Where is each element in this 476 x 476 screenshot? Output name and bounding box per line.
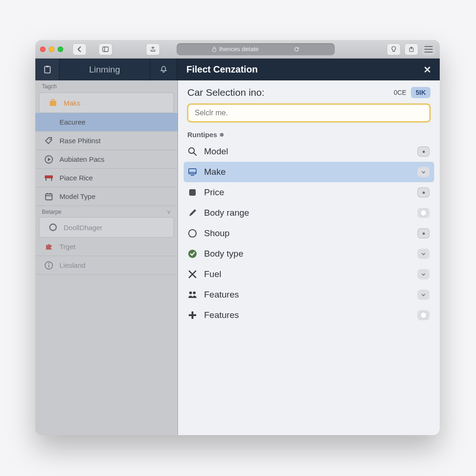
sidebar-item-label: Maks xyxy=(64,99,80,107)
tag-icon xyxy=(44,136,54,146)
tab-bell[interactable] xyxy=(150,59,177,80)
svg-point-29 xyxy=(188,250,197,258)
option-label: Make xyxy=(204,167,225,177)
option-label: Shoup xyxy=(204,228,230,238)
option-fuel[interactable]: Fuel xyxy=(184,264,434,284)
square-icon xyxy=(187,187,198,198)
play-icon xyxy=(44,154,54,165)
url-bar[interactable]: lhences detate xyxy=(177,43,335,55)
heading-dot-icon xyxy=(220,133,224,137)
tab-document-icon[interactable] xyxy=(35,59,60,80)
option-label: Features xyxy=(204,310,239,320)
svg-rect-0 xyxy=(103,47,108,52)
pencil-icon xyxy=(187,208,198,218)
ring-icon xyxy=(48,222,58,232)
sidebar-item-piace-rice[interactable]: Piace Rice xyxy=(35,169,178,187)
app-tab-strip: Linming Filect Cenzation ✕ xyxy=(35,59,440,80)
sidebar: Tagch MaksEacureeRase PhitinstAubiaten P… xyxy=(35,80,178,435)
svg-rect-4 xyxy=(45,66,50,73)
option-model[interactable]: Model xyxy=(184,141,434,162)
back-button[interactable] xyxy=(73,43,86,55)
circle-icon xyxy=(187,228,198,238)
filter-icon[interactable]: ⋎ xyxy=(167,209,171,215)
primary-action-button[interactable]: 5IK xyxy=(411,87,430,98)
cross-icon xyxy=(187,269,198,279)
close-window-dot[interactable] xyxy=(40,46,46,52)
options-heading: Runtipes xyxy=(187,131,217,139)
zoom-window-dot[interactable] xyxy=(58,46,63,52)
tab-main-label: Linming xyxy=(89,65,120,75)
menu-button[interactable] xyxy=(422,43,435,55)
svg-rect-14 xyxy=(46,194,52,200)
svg-rect-24 xyxy=(189,169,196,174)
refresh-icon[interactable] xyxy=(294,46,299,52)
option-features[interactable]: Features xyxy=(184,305,434,325)
puzzle-icon xyxy=(44,242,54,252)
panel-header: Filect Cenzation ✕ xyxy=(177,59,440,80)
svg-point-21 xyxy=(48,263,49,264)
sidebar-item-model-type[interactable]: Model Type xyxy=(35,187,178,206)
share-button[interactable] xyxy=(146,43,160,55)
sidebar-section-2-label: Betarpe xyxy=(42,209,61,215)
sidebar-item-label: Model Type xyxy=(60,192,95,200)
svg-point-18 xyxy=(50,224,56,231)
option-label: Features xyxy=(204,290,239,300)
sidebar-item-doolldhager[interactable]: DoollDhager xyxy=(39,217,174,238)
dot-icon xyxy=(417,146,430,157)
svg-point-28 xyxy=(189,230,196,237)
sidebar-item-rase-phitinst[interactable]: Rase Phitinst xyxy=(35,132,178,150)
dot-icon xyxy=(417,187,430,198)
option-shoup[interactable]: Shoup xyxy=(184,223,434,244)
titlebar: lhences detate xyxy=(35,40,440,59)
search-input[interactable] xyxy=(187,104,430,122)
option-price[interactable]: Price xyxy=(184,182,434,203)
svg-rect-27 xyxy=(189,189,196,196)
plus-icon xyxy=(187,310,198,320)
options-list: ModelMakePriceBody rangeShoupBody typeFu… xyxy=(178,141,440,325)
svg-rect-5 xyxy=(46,66,49,67)
svg-point-31 xyxy=(193,291,196,294)
sidebar-item-eacuree[interactable]: Eacuree xyxy=(35,113,178,132)
toggle-icon xyxy=(417,208,430,218)
sidebar-item-label: Eacuree xyxy=(60,118,86,126)
sidebar-item-liesland[interactable]: Liesland xyxy=(35,256,178,275)
sidebar-item-label: Trget xyxy=(60,243,75,251)
sidebar-item-label: Aubiaten Pacs xyxy=(60,155,105,163)
panel-header-title: Filect Cenzation xyxy=(186,64,258,75)
option-label: Model xyxy=(204,146,228,157)
people-icon xyxy=(187,290,198,300)
main-panel: Car Selection ino: 0CE 5IK Runtipes Mode… xyxy=(178,80,440,435)
status-pill: 0CE xyxy=(394,89,406,96)
option-features[interactable]: Features xyxy=(184,284,434,305)
close-icon[interactable]: ✕ xyxy=(423,64,431,75)
option-body-type[interactable]: Body type xyxy=(184,244,434,264)
tab-main[interactable]: Linming xyxy=(60,59,150,80)
bag-icon xyxy=(48,98,58,108)
sidebar-item-label: DoollDhager xyxy=(64,224,102,231)
url-text: lhences detate xyxy=(219,46,259,53)
window-controls xyxy=(40,46,63,52)
minimize-window-dot[interactable] xyxy=(49,46,54,52)
svg-rect-2 xyxy=(212,49,216,52)
hint-button[interactable] xyxy=(387,43,401,55)
option-label: Body range xyxy=(204,208,249,218)
blank-icon xyxy=(44,117,54,127)
sidebar-item-label: Piace Rice xyxy=(60,174,93,182)
option-body-range[interactable]: Body range xyxy=(184,203,434,223)
export-button[interactable] xyxy=(404,43,418,55)
bell-icon xyxy=(159,66,168,74)
sidebar-toggle-button[interactable] xyxy=(99,43,112,55)
chevron-down-icon xyxy=(417,269,430,279)
option-make[interactable]: Make xyxy=(184,162,434,182)
dot-icon xyxy=(417,228,430,238)
option-label: Fuel xyxy=(204,269,221,279)
calendar-icon xyxy=(44,192,54,202)
sidebar-item-trget[interactable]: Trget xyxy=(35,238,178,256)
check-icon xyxy=(187,249,198,259)
svg-rect-33 xyxy=(189,314,196,316)
chevron-down-icon xyxy=(417,290,430,300)
option-label: Body type xyxy=(204,249,244,259)
sidebar-item-aubiaten-pacs[interactable]: Aubiaten Pacs xyxy=(35,150,178,169)
page-title: Car Selection ino: xyxy=(187,87,264,98)
sidebar-item-maks[interactable]: Maks xyxy=(39,93,174,113)
